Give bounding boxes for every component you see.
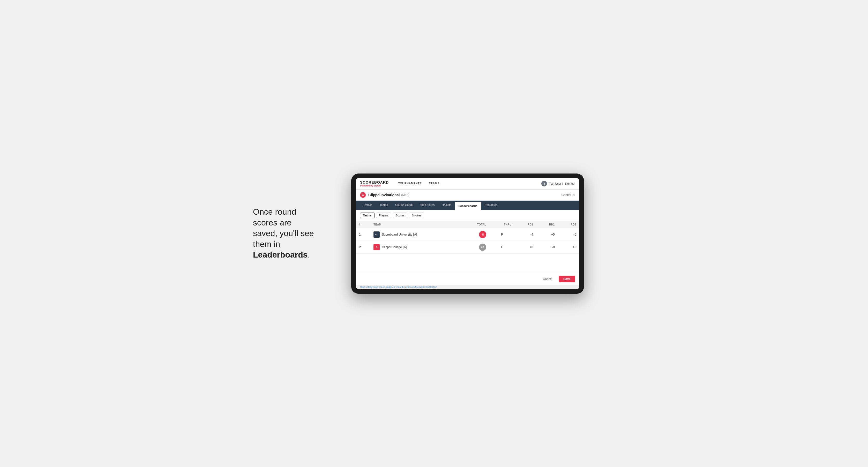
nav-right: S Test User | Sign out	[541, 181, 575, 186]
cell-rank: 1	[356, 228, 370, 241]
tournament-title: Clippd Invitational	[368, 193, 400, 197]
logo-subtitle: Powered by clippd	[360, 184, 389, 187]
nav-teams[interactable]: TEAMS	[426, 178, 442, 190]
leaderboard-table: # TEAM TOTAL THRU RD1 RD2 RD3 1 SU	[356, 221, 579, 254]
logo-title: SCOREBOARD	[360, 180, 389, 184]
tab-results[interactable]: Results	[438, 201, 455, 210]
cell-rd2: +5	[536, 228, 558, 241]
team-logo-icon: C	[373, 244, 380, 250]
table-row: 2 C Clippd College [A] +3 F +8 -8 +3	[356, 241, 579, 253]
col-thru: THRU	[489, 221, 515, 228]
tournament-icon: C	[360, 192, 366, 198]
team-name: Clippd College [A]	[382, 245, 407, 249]
cell-team: C Clippd College [A]	[370, 241, 461, 253]
cell-thru: F	[489, 228, 515, 241]
filter-strokes[interactable]: Strokes	[409, 213, 424, 218]
cell-rd2: -8	[536, 241, 558, 253]
cell-rd3: +3	[558, 241, 579, 253]
col-rd1: RD1	[515, 221, 536, 228]
footer-cancel-button[interactable]: Cancel	[539, 276, 556, 282]
cell-rd1: -4	[515, 228, 536, 241]
top-nav: SCOREBOARD Powered by clippd TOURNAMENTS…	[356, 178, 579, 190]
col-total: TOTAL	[461, 221, 489, 228]
cell-rd1: +8	[515, 241, 536, 253]
tablet-screen: SCOREBOARD Powered by clippd TOURNAMENTS…	[356, 178, 579, 289]
sign-out-link[interactable]: Sign out	[565, 182, 575, 185]
filter-scores[interactable]: Scores	[393, 213, 407, 218]
left-line1: Once round	[253, 207, 296, 216]
left-period: .	[308, 250, 310, 259]
cell-rank: 2	[356, 241, 370, 253]
cell-rd3: -6	[558, 228, 579, 241]
left-description: Once round scores are saved, you'll see …	[253, 207, 336, 260]
cancel-top-button[interactable]: Cancel ✕	[561, 193, 575, 197]
left-line3: saved, you'll see	[253, 228, 314, 238]
team-name: Scoreboard University [A]	[382, 233, 417, 236]
cell-team: SU Scoreboard University [A]	[370, 228, 461, 241]
team-logo-icon: SU	[373, 231, 380, 238]
table-header-row: # TEAM TOTAL THRU RD1 RD2 RD3	[356, 221, 579, 228]
tablet: SCOREBOARD Powered by clippd TOURNAMENTS…	[351, 174, 584, 294]
tab-leaderboards[interactable]: Leaderboards	[455, 202, 481, 210]
nav-tournaments[interactable]: TOURNAMENTS	[395, 178, 425, 190]
nav-links: TOURNAMENTS TEAMS	[395, 178, 541, 190]
col-team: TEAM	[370, 221, 461, 228]
filter-bar: Teams Players Scores Strokes	[356, 210, 579, 221]
col-rd3: RD3	[558, 221, 579, 228]
logo-area: SCOREBOARD Powered by clippd	[360, 180, 389, 187]
status-bar: https://stage-blue-coach.stagescoreboard…	[356, 285, 579, 289]
filter-players[interactable]: Players	[376, 213, 391, 218]
col-rd2: RD2	[536, 221, 558, 228]
user-avatar: S	[541, 181, 547, 186]
footer-save-button[interactable]: Save	[559, 276, 575, 282]
left-line2: scores are	[253, 218, 291, 227]
total-badge: +3	[479, 244, 486, 251]
footer: Cancel Save	[356, 273, 579, 285]
sub-nav: Details Teams Course Setup Tee Groups Re…	[356, 201, 579, 210]
cell-thru: F	[489, 241, 515, 253]
user-name: Test User |	[549, 182, 562, 185]
tab-tee-groups[interactable]: Tee Groups	[416, 201, 438, 210]
tab-course-setup[interactable]: Course Setup	[392, 201, 416, 210]
col-rank: #	[356, 221, 370, 228]
cell-total: -5	[461, 228, 489, 241]
filter-teams[interactable]: Teams	[360, 213, 374, 218]
table-row: 1 SU Scoreboard University [A] -5 F -4 +…	[356, 228, 579, 241]
cancel-x-icon: ✕	[572, 193, 575, 197]
tab-teams[interactable]: Teams	[376, 201, 392, 210]
tab-details[interactable]: Details	[360, 201, 376, 210]
status-url: https://stage-blue-coach.stagescoreboard…	[360, 286, 437, 288]
cell-total: +3	[461, 241, 489, 253]
tournament-subtitle: (Men)	[401, 193, 409, 197]
tab-printables[interactable]: Printables	[481, 201, 501, 210]
page-wrapper: Once round scores are saved, you'll see …	[253, 174, 615, 294]
total-badge: -5	[479, 231, 486, 238]
left-line4: them in	[253, 240, 280, 249]
left-line5-bold: Leaderboards	[253, 250, 308, 259]
content-area: # TEAM TOTAL THRU RD1 RD2 RD3 1 SU	[356, 221, 579, 273]
tournament-header: C Clippd Invitational (Men) Cancel ✕	[356, 190, 579, 201]
